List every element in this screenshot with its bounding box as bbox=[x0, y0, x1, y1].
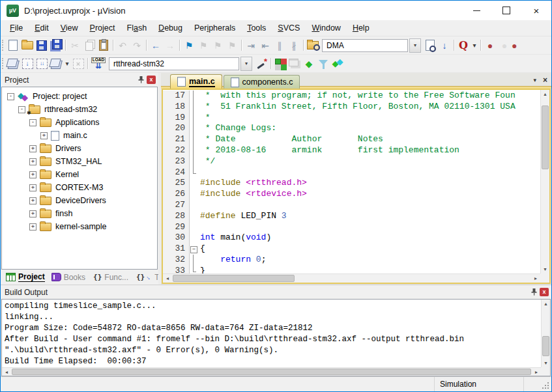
paste-button[interactable] bbox=[96, 38, 111, 52]
minimize-button[interactable] bbox=[461, 1, 491, 20]
menu-view[interactable]: View bbox=[55, 21, 84, 35]
open-file-button[interactable] bbox=[20, 38, 35, 52]
editor-hscroll-thumb[interactable] bbox=[173, 275, 295, 282]
tree-item-kernel[interactable]: +Kernel bbox=[2, 168, 157, 181]
save-all-button[interactable] bbox=[49, 38, 63, 52]
manage-rte-button[interactable] bbox=[273, 57, 287, 70]
editor-horizontal-scrollbar[interactable]: ◂ ▸ bbox=[163, 273, 540, 283]
tab-list-dropdown-icon[interactable]: ▾ bbox=[533, 77, 536, 83]
menu-flash[interactable]: Flash bbox=[121, 21, 153, 35]
scroll-down-icon[interactable]: ▼ bbox=[542, 359, 550, 367]
search-combo-value[interactable]: DMA bbox=[322, 39, 408, 52]
tree-expander-icon[interactable]: + bbox=[29, 158, 36, 165]
tree-item-applications[interactable]: -Applications bbox=[2, 116, 157, 129]
download-button[interactable]: LOAD⇊ bbox=[90, 57, 107, 70]
filter-packs-button[interactable] bbox=[316, 57, 330, 70]
build-output-close-button[interactable]: x bbox=[540, 288, 549, 296]
editor-vscroll-thumb[interactable] bbox=[542, 105, 549, 169]
save-button[interactable] bbox=[35, 38, 49, 52]
scroll-left-icon[interactable]: ◂ bbox=[2, 368, 11, 376]
batch-build-button[interactable] bbox=[49, 57, 63, 70]
menu-peripherals[interactable]: Peripherals bbox=[188, 21, 241, 35]
scroll-right-icon[interactable]: ▸ bbox=[532, 368, 541, 376]
tree-expander-icon[interactable]: + bbox=[29, 223, 36, 231]
build-vscroll-thumb[interactable] bbox=[542, 336, 549, 356]
scroll-right-icon[interactable]: ▸ bbox=[531, 274, 540, 283]
rebuild-button[interactable] bbox=[35, 57, 49, 70]
pin-icon[interactable] bbox=[531, 288, 537, 296]
lookup-button[interactable]: Q bbox=[456, 38, 471, 52]
comment-button[interactable]: ∥ bbox=[272, 38, 287, 52]
batch-build-caret-button[interactable]: ▾ bbox=[63, 57, 71, 70]
scroll-up-icon[interactable]: ▲ bbox=[541, 90, 549, 98]
translate-button[interactable] bbox=[6, 57, 20, 70]
editor-vertical-scrollbar[interactable]: ▲ ▼ bbox=[540, 90, 549, 273]
search-combo[interactable]: DMA▾ bbox=[322, 38, 421, 53]
menu-edit[interactable]: Edit bbox=[29, 21, 55, 35]
build-hscroll-thumb[interactable] bbox=[12, 369, 531, 375]
close-button[interactable]: × bbox=[521, 1, 551, 20]
enable-breakpoint-button[interactable]: ● bbox=[497, 38, 512, 52]
build-button[interactable] bbox=[20, 57, 35, 70]
dropdown-icon[interactable]: ▾ bbox=[240, 57, 252, 71]
menu-file[interactable]: File bbox=[4, 21, 29, 35]
tree-item-drivers[interactable]: +Drivers bbox=[2, 142, 157, 155]
tree-expander-icon[interactable]: + bbox=[40, 132, 48, 139]
pin-icon[interactable] bbox=[138, 76, 144, 83]
maximize-button[interactable] bbox=[491, 1, 521, 20]
scroll-left-icon[interactable]: ◂ bbox=[163, 274, 172, 283]
build-vertical-scrollbar[interactable]: ▲ ▼ bbox=[541, 300, 550, 367]
tree-expander-icon[interactable]: + bbox=[29, 184, 36, 191]
tree-item-cortex-m3[interactable]: +CORTEX-M3 bbox=[2, 181, 157, 194]
menu-window[interactable]: Window bbox=[306, 21, 346, 35]
panel-tab-func[interactable]: {}Func... bbox=[90, 272, 132, 283]
dropdown-icon[interactable]: ▾ bbox=[409, 38, 421, 53]
tree-item-rtthread-stm32[interactable]: -rtthread-stm32 bbox=[2, 103, 157, 116]
menu-debug[interactable]: Debug bbox=[153, 21, 188, 35]
tree-expander-icon[interactable]: - bbox=[29, 119, 36, 126]
insert-breakpoint-button[interactable]: ● bbox=[483, 38, 497, 52]
incremental-find-button[interactable]: ↓ bbox=[437, 38, 452, 52]
panel-tab-project[interactable]: Project bbox=[3, 271, 48, 283]
tab-components-c[interactable]: components.c bbox=[224, 75, 300, 89]
tree-expander-icon[interactable]: - bbox=[18, 106, 25, 113]
tree-item-main-c[interactable]: +main.c bbox=[2, 129, 157, 142]
tree-item-kernel-sample[interactable]: +kernel-sample bbox=[2, 220, 157, 233]
tree-item-stm32-hal[interactable]: +STM32_HAL bbox=[2, 155, 157, 168]
tab-main-c[interactable]: main.c bbox=[170, 74, 222, 89]
menu-help[interactable]: Help bbox=[347, 21, 375, 35]
target-combo[interactable]: rtthread-stm32▾ bbox=[109, 57, 252, 71]
code-area[interactable]: 17 * with this program; if not, write to… bbox=[163, 90, 540, 273]
toggle-bookmark-button[interactable]: ⚑ bbox=[182, 38, 196, 52]
tree-expander-icon[interactable]: - bbox=[7, 93, 14, 100]
build-horizontal-scrollbar[interactable]: ◂ ▸ bbox=[2, 367, 541, 376]
build-output-text[interactable]: compiling timeslice_sample.c...linking..… bbox=[2, 300, 541, 367]
panel-tab-books[interactable]: Books bbox=[48, 272, 89, 283]
tree-item-finsh[interactable]: +finsh bbox=[2, 207, 157, 220]
target-options-button[interactable] bbox=[254, 57, 269, 70]
kill-breakpoints-button[interactable]: ● bbox=[512, 38, 517, 52]
resize-grip[interactable] bbox=[524, 377, 551, 391]
menu-tools[interactable]: Tools bbox=[241, 21, 272, 35]
close-document-icon[interactable]: × bbox=[543, 76, 547, 85]
lookup-caret-button[interactable]: ▾ bbox=[471, 38, 478, 52]
tree-item-project-project[interactable]: -Project: project bbox=[2, 90, 157, 103]
menu-svcs[interactable]: SVCS bbox=[272, 21, 306, 35]
tree-expander-icon[interactable]: + bbox=[29, 197, 36, 204]
uncomment-button[interactable]: ∦ bbox=[287, 38, 301, 52]
target-combo-value[interactable]: rtthread-stm32 bbox=[109, 57, 239, 70]
tree-expander-icon[interactable]: + bbox=[29, 171, 36, 178]
select-packs-button[interactable]: ◆ bbox=[302, 57, 316, 70]
scroll-up-icon[interactable]: ▲ bbox=[542, 300, 550, 308]
tree-expander-icon[interactable]: + bbox=[29, 145, 36, 152]
navigate-back-button[interactable]: ← bbox=[149, 38, 163, 52]
unindent-button[interactable]: ⇤ bbox=[258, 38, 272, 52]
project-panel-close-button[interactable]: x bbox=[147, 76, 156, 84]
pack-installer-button[interactable] bbox=[330, 57, 345, 70]
new-file-button[interactable] bbox=[6, 38, 20, 52]
fold-collapse-icon[interactable] bbox=[190, 244, 198, 255]
menu-project[interactable]: Project bbox=[84, 21, 121, 35]
find-in-files-button[interactable] bbox=[306, 38, 320, 52]
tree-expander-icon[interactable]: + bbox=[29, 210, 36, 217]
tree-item-devicedrivers[interactable]: +DeviceDrivers bbox=[2, 194, 157, 207]
